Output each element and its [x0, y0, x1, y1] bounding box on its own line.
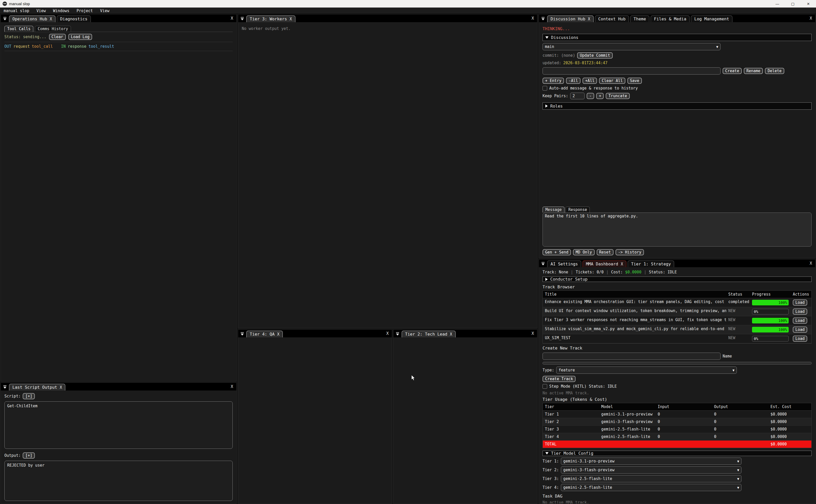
collapse-panel-icon[interactable] — [240, 332, 244, 336]
close-button[interactable]: ✕ — [801, 0, 816, 7]
save-button[interactable]: Save — [627, 78, 642, 84]
tab-diagnostics[interactable]: Diagnostics — [57, 15, 91, 22]
step-mode-checkbox[interactable] — [543, 384, 547, 389]
discussion-select[interactable]: main ▼ — [543, 43, 721, 50]
tab-tier1-strategy[interactable]: Tier 1: Strategy — [628, 261, 674, 267]
load-log-button[interactable]: Load Log — [68, 34, 92, 40]
roles-section-header[interactable]: Roles — [543, 102, 812, 110]
tab-log-management[interactable]: Log Management — [691, 15, 732, 22]
discussion-name-input[interactable] — [543, 67, 721, 75]
tab-ai-settings[interactable]: AI Settings — [547, 261, 581, 267]
tab-tier3-workers[interactable]: Tier 3: Workers X — [246, 15, 295, 22]
autoadd-checkbox[interactable] — [543, 86, 547, 91]
message-textarea[interactable]: Read the first 10 lines of aggregate.py. — [543, 213, 812, 247]
table-row[interactable]: Build UI for context window utilization,… — [543, 307, 811, 316]
tab-operations-hub[interactable]: Operations Hub X — [9, 15, 55, 22]
rename-button[interactable]: Rename — [744, 68, 763, 74]
tier3-model-value: gemini-2.5-flash-lite — [563, 476, 612, 481]
tab-files-media[interactable]: Files & Media — [651, 15, 690, 22]
tab-close-icon[interactable]: X — [277, 332, 279, 337]
panel-close-icon[interactable]: X — [229, 16, 235, 21]
keep-pairs-minus-button[interactable]: - — [587, 93, 594, 99]
tab-close-icon[interactable]: X — [60, 385, 62, 390]
usage-total-row: TOTAL $0.0000 — [543, 441, 811, 448]
delete-button[interactable]: Delete — [765, 68, 784, 74]
track-name-input[interactable] — [543, 353, 721, 360]
clear-all-button[interactable]: Clear All — [599, 78, 625, 84]
create-button[interactable]: Create — [723, 68, 742, 74]
tier4-model-select[interactable]: gemini-2.5-flash-lite ▼ — [561, 484, 741, 491]
track-browser-table: Title Status Progress Actions Enhance ex… — [543, 290, 812, 344]
tab-discussion-hub[interactable]: Discussion Hub X — [547, 15, 594, 22]
tab-tier4-qa[interactable]: Tier 4: QA X — [246, 331, 283, 337]
load-track-button[interactable]: Load — [793, 318, 807, 324]
track-description-textarea[interactable] — [543, 362, 812, 364]
keep-pairs-plus-button[interactable]: + — [596, 93, 604, 99]
tab-tier2-techlead[interactable]: Tier 2: Tech Lead X — [402, 331, 456, 337]
collapse-panel-icon[interactable] — [3, 385, 7, 389]
tab-theme[interactable]: Theme — [630, 15, 649, 22]
output-text-area[interactable]: REJECTED by user — [4, 461, 233, 501]
expand-script-button[interactable]: [+] — [23, 393, 35, 399]
panel-close-icon[interactable]: X — [530, 331, 536, 336]
discussions-section-header[interactable]: Discussions — [543, 34, 812, 41]
load-track-button[interactable]: Load — [793, 336, 807, 342]
menu-view[interactable]: View — [36, 9, 46, 13]
subtab-comms-history[interactable]: Comms History — [35, 26, 71, 32]
track-type-select[interactable]: feature ▼ — [556, 367, 737, 374]
tab-response[interactable]: Response — [565, 207, 590, 213]
panel-close-icon[interactable]: X — [530, 16, 536, 21]
menu-view-2[interactable]: View — [100, 9, 109, 13]
table-row[interactable]: UX_SIM_TEST NEW 0% Load — [543, 334, 811, 343]
tier3-model-select[interactable]: gemini-2.5-flash-lite ▼ — [561, 475, 741, 482]
panel-close-icon[interactable]: X — [808, 16, 814, 21]
update-commit-button[interactable]: Update Commit — [577, 52, 612, 59]
to-history-button[interactable]: -> History — [616, 249, 644, 255]
collapse-panel-icon[interactable] — [240, 17, 244, 21]
maximize-button[interactable]: ▢ — [785, 0, 801, 7]
conductor-setup-header[interactable]: Conductor Setup — [543, 277, 812, 282]
minimize-button[interactable]: — — [770, 0, 785, 7]
keep-pairs-input[interactable] — [570, 93, 585, 99]
menu-windows[interactable]: Windows — [53, 9, 69, 13]
tab-close-icon[interactable]: X — [50, 17, 52, 21]
tab-close-icon[interactable]: X — [290, 17, 292, 21]
table-row[interactable]: Fix Tier 3 worker responses not reaching… — [543, 316, 811, 325]
menu-manual-slop[interactable]: manual slop — [4, 9, 29, 13]
tab-close-icon[interactable]: X — [450, 332, 452, 337]
collapse-all-button[interactable]: -All — [566, 78, 580, 84]
table-row[interactable]: Stabilize visual_sim_mma_v2.py and mock_… — [543, 325, 811, 334]
truncate-button[interactable]: Truncate — [606, 93, 629, 99]
panel-close-icon[interactable]: X — [808, 261, 814, 266]
add-entry-button[interactable]: + Entry — [543, 78, 564, 84]
expand-all-button[interactable]: +All — [583, 78, 597, 84]
tab-message[interactable]: Message — [543, 207, 564, 213]
table-row[interactable]: Enhance existing MMA orchestration GUI: … — [543, 298, 811, 307]
load-track-button[interactable]: Load — [793, 327, 807, 333]
load-track-button[interactable]: Load — [793, 308, 807, 315]
expand-output-button[interactable]: [+] — [23, 452, 35, 459]
create-track-button[interactable]: Create Track — [543, 376, 576, 382]
collapse-panel-icon[interactable] — [395, 332, 400, 336]
panel-close-icon[interactable]: X — [385, 331, 390, 336]
tab-last-script-output[interactable]: Last Script Output X — [9, 384, 65, 391]
panel-close-icon[interactable]: X — [229, 384, 235, 389]
collapse-panel-icon[interactable] — [541, 17, 545, 21]
clear-button[interactable]: Clear — [49, 34, 66, 40]
collapse-panel-icon[interactable] — [541, 262, 545, 266]
menu-project[interactable]: Project — [77, 9, 93, 13]
tab-close-icon[interactable]: X — [588, 17, 590, 21]
gen-send-button[interactable]: Gen + Send — [543, 249, 571, 255]
tier2-model-select[interactable]: gemini-3-flash-preview ▼ — [561, 466, 741, 474]
tab-close-icon[interactable]: X — [621, 262, 623, 266]
tab-mma-dashboard[interactable]: MMA Dashboard X — [583, 261, 626, 267]
tier1-model-select[interactable]: gemini-3.1-pro-preview ▼ — [561, 458, 741, 465]
tier-model-config-header[interactable]: Tier Model Config — [543, 451, 812, 456]
md-only-button[interactable]: MD Only — [573, 249, 594, 255]
load-track-button[interactable]: Load — [793, 299, 807, 306]
subtab-tool-calls[interactable]: Tool Calls — [4, 26, 33, 32]
collapse-panel-icon[interactable] — [3, 17, 7, 21]
reset-button[interactable]: Reset — [597, 249, 613, 255]
script-text-area[interactable]: Get-ChildItem — [4, 401, 233, 449]
tab-context-hub[interactable]: Context Hub — [595, 15, 629, 22]
